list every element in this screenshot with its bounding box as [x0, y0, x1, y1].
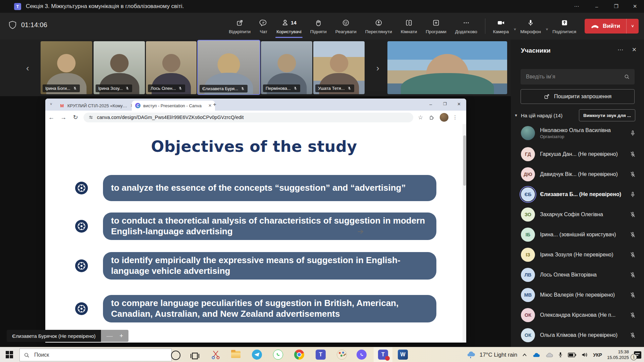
strip-scroll-right-chevron[interactable]: ›	[376, 63, 379, 73]
start-button[interactable]	[6, 351, 13, 358]
mic-off-icon[interactable]	[630, 151, 636, 158]
bookmark-star-icon[interactable]: ☆	[418, 114, 423, 121]
leave-options-chevron[interactable]: ˅	[626, 19, 639, 34]
new-tab-button[interactable]: +	[213, 101, 216, 108]
clock[interactable]: 15:38 15.05.2025	[607, 349, 629, 360]
video-tile[interactable]: Ірина Боги...	[41, 41, 92, 94]
in-meeting-section-header[interactable]: ▼ На цій нараді (14) Вимкнути звук для .…	[514, 109, 641, 121]
browser-close-button[interactable]: ✕	[457, 102, 461, 107]
participant-row-speaking[interactable]: ЄБ Єлизавета Б... (Не перевірено)	[511, 184, 644, 204]
url-field[interactable]: canva.com/design/DAGm_Pws4El/r99E6VZKs6o…	[84, 113, 413, 122]
video-tile[interactable]: Пермінова...	[261, 41, 312, 94]
participant-search-input[interactable]	[521, 74, 624, 80]
apps-button[interactable]: Програми	[421, 13, 450, 40]
chat-button[interactable]: Чат	[255, 13, 272, 40]
profile-avatar[interactable]	[440, 113, 448, 122]
participant-row[interactable]: ЗО Захарчук Софія Олегівна	[511, 204, 644, 225]
forward-icon[interactable]: →	[57, 114, 69, 121]
battery-icon[interactable]	[568, 353, 576, 357]
volume-icon[interactable]	[581, 352, 588, 358]
participant-row[interactable]: ОК Олександра Кірсанова (Не п...	[511, 305, 644, 325]
browser-scrollbar[interactable]	[463, 124, 466, 343]
chrome-icon[interactable]	[294, 350, 304, 360]
reload-icon[interactable]: ↻	[69, 114, 82, 121]
tab-active[interactable]: C виступ - Presentation - Canva ✕	[132, 101, 215, 111]
tray-mic-icon[interactable]	[558, 352, 563, 358]
viber-icon[interactable]	[357, 350, 367, 360]
window-minimize-button[interactable]: –	[589, 0, 604, 13]
window-close-button[interactable]: ✕	[627, 0, 643, 13]
video-tile-selected[interactable]: Єлизавета Буря...	[198, 40, 260, 95]
whatsapp-icon[interactable]	[273, 350, 283, 360]
mic-off-icon[interactable]	[630, 312, 636, 318]
weather-widget[interactable]: 17°C Light rain	[466, 351, 518, 359]
video-tile[interactable]: Ірина Зозу...	[94, 41, 145, 94]
zoom-out-button[interactable]: —	[106, 332, 113, 340]
telegram-icon[interactable]	[252, 350, 262, 360]
video-tile[interactable]: Лось Олен...	[146, 41, 197, 94]
tab-close-icon[interactable]: ✕	[208, 103, 212, 108]
leave-button[interactable]: Вийти ˅	[585, 19, 639, 34]
language-indicator[interactable]: УКР	[593, 352, 602, 358]
snipping-tool-icon[interactable]	[211, 350, 221, 360]
task-view-icon[interactable]	[190, 351, 200, 361]
participant-row[interactable]: ЛВ Лось Олена Вікторівна	[511, 265, 644, 285]
share-button[interactable]: Поділитися	[548, 13, 581, 40]
participant-row[interactable]: ОК Ольга Клімова (Не перевірено)	[511, 325, 644, 345]
more-button[interactable]: Додатково	[451, 13, 482, 40]
onedrive-icon[interactable]	[532, 352, 540, 358]
paint-icon[interactable]	[337, 350, 347, 360]
file-explorer-icon[interactable]	[231, 350, 241, 360]
mic-off-icon[interactable]	[630, 332, 636, 339]
word-icon[interactable]: W	[398, 350, 408, 360]
panel-close-icon[interactable]: ✕	[632, 46, 637, 53]
notification-center-icon[interactable]: 1	[634, 351, 641, 359]
browser-menu-icon[interactable]: ⋮	[452, 114, 458, 120]
participant-row[interactable]: Ніколаєнко Ольга Василівна Організатор	[511, 122, 644, 144]
unpin-button[interactable]: Відкріпити	[224, 13, 255, 40]
mic-off-icon[interactable]	[630, 272, 636, 278]
scrollbar-thumb[interactable]	[463, 135, 466, 186]
rooms-button[interactable]: Кімнати	[396, 13, 422, 40]
mute-all-button[interactable]: Вимкнути звук для ...	[579, 109, 635, 121]
participant-row[interactable]: ГД Гаркуша Дан... (Не перевірено)	[511, 144, 644, 164]
window-more-button[interactable]: ⋯	[569, 0, 584, 13]
mic-on-icon[interactable]	[630, 191, 636, 198]
back-icon[interactable]: ←	[45, 114, 57, 121]
cloud-sync-icon[interactable]	[545, 352, 553, 358]
teams-icon[interactable]: T	[316, 350, 326, 360]
share-invite-button[interactable]: Поширити запрошення	[521, 89, 635, 104]
camera-button[interactable]: Камера	[489, 13, 513, 40]
participant-search[interactable]	[521, 69, 635, 84]
video-tile[interactable]: Ушата Тетя...	[313, 41, 365, 94]
extensions-icon[interactable]	[428, 114, 434, 120]
react-button[interactable]: Реагувати	[331, 13, 361, 40]
hidden-icons-chevron[interactable]	[522, 353, 527, 357]
participant-row[interactable]: МВ Міюс Валерія (Не перевірено)	[511, 285, 644, 305]
participant-row[interactable]: ІЗ Ірина Зозуля (Не перевірено)	[511, 245, 644, 265]
window-maximize-button[interactable]: ❐	[608, 0, 624, 13]
participants-button[interactable]: 14 Користувачі	[272, 13, 306, 40]
microphone-button[interactable]: Мікрофон	[516, 13, 545, 40]
mic-off-icon[interactable]	[630, 212, 636, 218]
teams-chat-icon[interactable]: T	[378, 350, 388, 360]
strip-scroll-left-chevron[interactable]: ‹	[26, 63, 29, 73]
view-button[interactable]: Переглянути	[361, 13, 396, 40]
zoom-in-button[interactable]: +	[119, 332, 123, 340]
mic-on-icon[interactable]	[630, 130, 636, 136]
mic-off-icon[interactable]	[630, 232, 636, 238]
cortana-icon[interactable]	[171, 351, 180, 360]
taskbar-search-input[interactable]	[34, 352, 167, 358]
panel-more-icon[interactable]: ⋯	[618, 46, 623, 53]
mic-off-icon[interactable]	[630, 252, 636, 258]
participant-row[interactable]: ІБ Ірина... (зовнішній користувач)	[511, 225, 644, 245]
tab-search-chevron[interactable]: ˅	[50, 102, 52, 106]
taskbar-search[interactable]	[19, 349, 172, 361]
mic-off-icon[interactable]	[630, 292, 636, 298]
mic-off-icon[interactable]	[630, 171, 636, 178]
raise-hand-button[interactable]: Підняти	[306, 13, 331, 40]
participant-row[interactable]: ДЮ Давидчук Вік... (Не перевірено)	[511, 164, 644, 184]
browser-minimize-button[interactable]: –	[429, 102, 432, 107]
tab-inactive[interactable]: M КРУГЛИЙ СТІЛ-2025 «Комуні... ✕	[56, 101, 137, 111]
video-tile-large[interactable]	[387, 41, 507, 94]
